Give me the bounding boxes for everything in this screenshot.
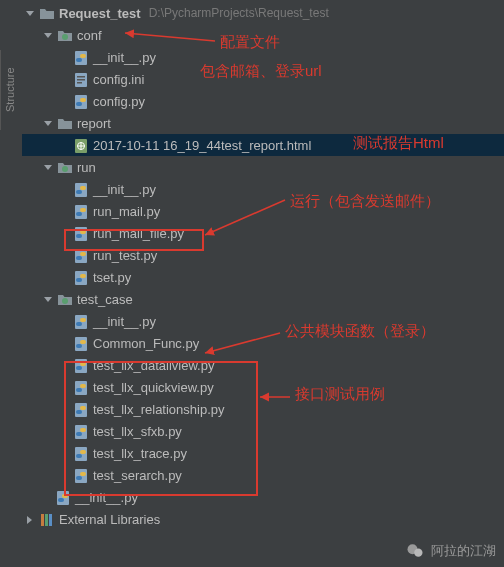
tree-node-file[interactable]: test_llx_quickview.py: [22, 376, 504, 398]
ini-file-icon: [72, 71, 88, 87]
chevron-down-icon[interactable]: [40, 292, 54, 306]
tree-node-conf[interactable]: conf: [22, 24, 504, 46]
chevron-down-icon[interactable]: [22, 6, 36, 20]
python-file-icon: [54, 489, 70, 505]
folder-icon: [56, 115, 72, 131]
python-file-icon: [72, 93, 88, 109]
project-path: D:\PycharmProjects\Request_test: [149, 6, 329, 20]
node-label: Common_Func.py: [93, 336, 199, 351]
tree-node-file[interactable]: __init__.py: [22, 178, 504, 200]
node-label: conf: [77, 28, 102, 43]
node-label: run: [77, 160, 96, 175]
python-file-icon: [72, 445, 88, 461]
watermark: 阿拉的江湖: [405, 541, 496, 561]
python-file-icon: [72, 423, 88, 439]
tree-node-file[interactable]: __init__.py: [22, 486, 504, 508]
python-file-icon: [72, 313, 88, 329]
tree-node-run[interactable]: run: [22, 156, 504, 178]
python-file-icon: [72, 225, 88, 241]
python-file-icon: [72, 379, 88, 395]
node-label: report: [77, 116, 111, 131]
package-icon: [56, 159, 72, 175]
tree-node-file[interactable]: run_mail_file.py: [22, 222, 504, 244]
node-label: test_llx_quickview.py: [93, 380, 214, 395]
chevron-right-icon[interactable]: [22, 512, 36, 526]
project-tree[interactable]: Request_test D:\PycharmProjects\Request_…: [18, 0, 504, 532]
chevron-down-icon[interactable]: [40, 116, 54, 130]
python-file-icon: [72, 203, 88, 219]
html-file-icon: [72, 137, 88, 153]
python-file-icon: [72, 269, 88, 285]
node-label: config.ini: [93, 72, 144, 87]
tree-node-file[interactable]: __init__.py: [22, 46, 504, 68]
watermark-text: 阿拉的江湖: [431, 542, 496, 560]
tree-node-file-selected[interactable]: 2017-10-11 16_19_44test_report.html: [22, 134, 504, 156]
node-label: test_llx_relationship.py: [93, 402, 225, 417]
node-label: run_mail_file.py: [93, 226, 184, 241]
node-label: __init__.py: [93, 182, 156, 197]
tree-node-file[interactable]: test_llx_trace.py: [22, 442, 504, 464]
node-label: run_test.py: [93, 248, 157, 263]
wechat-icon: [405, 541, 425, 561]
node-label: Request_test: [59, 6, 141, 21]
node-label: test_llx_datailview.py: [93, 358, 214, 373]
python-file-icon: [72, 247, 88, 263]
tree-node-testcase[interactable]: test_case: [22, 288, 504, 310]
node-label: __init__.py: [75, 490, 138, 505]
tree-node-root[interactable]: Request_test D:\PycharmProjects\Request_…: [22, 2, 504, 24]
chevron-down-icon[interactable]: [40, 160, 54, 174]
tree-node-file[interactable]: test_llx_relationship.py: [22, 398, 504, 420]
tree-node-extlibs[interactable]: External Libraries: [22, 508, 504, 530]
node-label: test_llx_sfxb.py: [93, 424, 182, 439]
python-file-icon: [72, 181, 88, 197]
tree-node-file[interactable]: test_serarch.py: [22, 464, 504, 486]
sidebar-tab-structure[interactable]: Structure: [0, 50, 18, 130]
libraries-icon: [38, 511, 54, 527]
python-file-icon: [72, 401, 88, 417]
node-label: test_serarch.py: [93, 468, 182, 483]
node-label: External Libraries: [59, 512, 160, 527]
tree-node-file[interactable]: tset.py: [22, 266, 504, 288]
tree-node-file[interactable]: run_test.py: [22, 244, 504, 266]
node-label: __init__.py: [93, 314, 156, 329]
svg-point-18: [414, 549, 422, 557]
node-label: test_case: [77, 292, 133, 307]
tree-node-file[interactable]: __init__.py: [22, 310, 504, 332]
node-label: __init__.py: [93, 50, 156, 65]
chevron-down-icon[interactable]: [40, 28, 54, 42]
tree-node-file[interactable]: run_mail.py: [22, 200, 504, 222]
node-label: test_llx_trace.py: [93, 446, 187, 461]
node-label: run_mail.py: [93, 204, 160, 219]
python-file-icon: [72, 335, 88, 351]
package-icon: [56, 291, 72, 307]
tree-node-file[interactable]: config.py: [22, 90, 504, 112]
tree-node-file[interactable]: test_llx_datailview.py: [22, 354, 504, 376]
python-file-icon: [72, 49, 88, 65]
node-label: config.py: [93, 94, 145, 109]
python-file-icon: [72, 357, 88, 373]
node-label: 2017-10-11 16_19_44test_report.html: [93, 138, 311, 153]
node-label: tset.py: [93, 270, 131, 285]
tree-node-report[interactable]: report: [22, 112, 504, 134]
tree-node-file[interactable]: test_llx_sfxb.py: [22, 420, 504, 442]
tree-node-file[interactable]: config.ini: [22, 68, 504, 90]
python-file-icon: [72, 467, 88, 483]
folder-icon: [38, 5, 54, 21]
package-icon: [56, 27, 72, 43]
tree-node-file[interactable]: Common_Func.py: [22, 332, 504, 354]
